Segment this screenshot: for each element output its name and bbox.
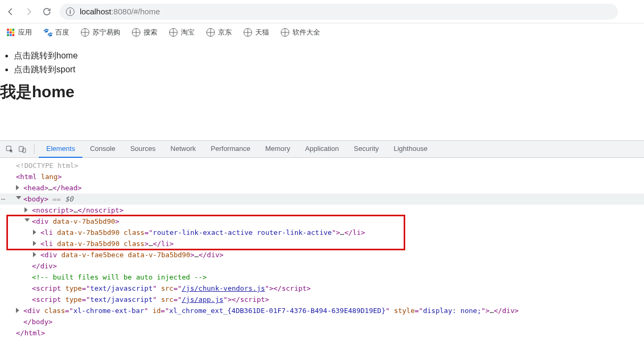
- separator: [34, 145, 35, 154]
- nav-list: 点击跳转到home 点击跳转到sport: [0, 49, 644, 76]
- elements-tree[interactable]: <!DOCTYPE html> <html lang> <head>…</hea…: [0, 158, 644, 344]
- site-info-icon[interactable]: i: [66, 7, 74, 16]
- bookmark-label: 软件大全: [292, 28, 320, 37]
- tab-memory[interactable]: Memory: [258, 141, 298, 158]
- devtools-tabs: Elements Console Sources Network Perform…: [0, 141, 644, 158]
- tab-lighthouse[interactable]: Lighthouse: [386, 141, 435, 158]
- expand-icon[interactable]: [33, 252, 36, 257]
- expand-icon[interactable]: [24, 207, 28, 213]
- bookmark-baidu[interactable]: 🐾 百度: [44, 28, 69, 37]
- nav-link-sport[interactable]: 点击跳转到sport: [14, 63, 644, 77]
- dom-line[interactable]: </body>: [0, 316, 644, 327]
- dom-line[interactable]: <div data-v-fae5bece data-v-7ba5bd90>…</…: [0, 249, 644, 260]
- globe-icon: [81, 28, 89, 37]
- apps-icon: [6, 28, 15, 37]
- dom-line[interactable]: <!DOCTYPE html>: [0, 160, 644, 171]
- inspect-icon[interactable]: [4, 144, 15, 155]
- tab-elements[interactable]: Elements: [39, 141, 82, 158]
- expand-icon[interactable]: [16, 185, 19, 190]
- dom-line[interactable]: <script type="text/javascript" src="/js/…: [0, 283, 644, 294]
- globe-icon: [244, 28, 252, 37]
- url-text: localhost:8080/#/home: [80, 7, 160, 16]
- bookmark-label: 京东: [218, 28, 232, 37]
- dom-line-selected[interactable]: <body> == $0: [0, 193, 644, 205]
- dom-line[interactable]: </div>: [0, 260, 644, 272]
- back-icon[interactable]: [5, 6, 16, 17]
- bookmark-label: 淘宝: [181, 28, 195, 37]
- dom-line[interactable]: <!-- built files will be auto injected -…: [0, 272, 644, 283]
- bookmark-jd[interactable]: 京东: [206, 28, 232, 37]
- forward-icon[interactable]: [23, 6, 34, 17]
- tab-application[interactable]: Application: [298, 141, 347, 158]
- dom-line[interactable]: <div data-v-7ba5bd90>: [0, 216, 644, 227]
- browser-nav-bar: i localhost:8080/#/home: [0, 0, 644, 23]
- bookmark-suning[interactable]: 苏宁易购: [81, 28, 120, 37]
- expand-icon[interactable]: [16, 308, 19, 313]
- nav-link-home[interactable]: 点击跳转到home: [14, 49, 644, 63]
- dom-line[interactable]: <html lang>: [0, 171, 644, 182]
- device-toggle-icon[interactable]: [17, 144, 28, 155]
- apps-button[interactable]: 应用: [6, 28, 32, 37]
- collapse-icon[interactable]: [24, 218, 30, 222]
- dom-line[interactable]: <noscript>…</noscript>: [0, 205, 644, 216]
- page-content: 点击跳转到home 点击跳转到sport 我是home: [0, 41, 644, 103]
- bookmark-search[interactable]: 搜索: [132, 28, 157, 37]
- globe-icon: [132, 28, 140, 37]
- globe-icon: [206, 28, 215, 37]
- bookmark-label: 天猫: [255, 28, 269, 37]
- expand-icon[interactable]: [33, 230, 36, 235]
- page-heading: 我是home: [0, 81, 644, 103]
- baidu-icon: 🐾: [44, 28, 52, 37]
- tab-console[interactable]: Console: [82, 141, 123, 158]
- tab-network[interactable]: Network: [163, 141, 204, 158]
- globe-icon: [281, 28, 289, 37]
- bookmark-taobao[interactable]: 淘宝: [169, 28, 195, 37]
- reload-icon[interactable]: [41, 6, 52, 17]
- globe-icon: [169, 28, 178, 37]
- bookmark-label: 百度: [55, 28, 69, 37]
- tab-performance[interactable]: Performance: [203, 141, 257, 158]
- dom-line[interactable]: <div class="xl-chrome-ext-bar" id="xl_ch…: [0, 305, 644, 316]
- address-bar[interactable]: i localhost:8080/#/home: [60, 4, 618, 20]
- dom-line[interactable]: </html>: [0, 327, 644, 339]
- tab-sources[interactable]: Sources: [123, 141, 163, 158]
- bookmarks-bar: 应用 🐾 百度 苏宁易购 搜索 淘宝 京东 天猫 软件大全: [0, 23, 644, 41]
- dom-line[interactable]: <li data-v-7ba5bd90 class>…</li>: [0, 238, 644, 249]
- collapse-icon[interactable]: [16, 196, 21, 199]
- expand-icon[interactable]: [33, 241, 36, 246]
- dom-line[interactable]: <head>…</head>: [0, 182, 644, 193]
- bookmark-software[interactable]: 软件大全: [281, 28, 320, 37]
- bookmark-tmall[interactable]: 天猫: [244, 28, 269, 37]
- apps-label: 应用: [18, 28, 32, 37]
- bookmark-label: 搜索: [144, 28, 157, 37]
- tab-security[interactable]: Security: [346, 141, 386, 158]
- dom-line[interactable]: <script type="text/javascript" src="/js/…: [0, 294, 644, 305]
- devtools-panel: Elements Console Sources Network Perform…: [0, 140, 644, 344]
- dom-line[interactable]: <li data-v-7ba5bd90 class="router-link-e…: [0, 227, 644, 238]
- svg-rect-2: [23, 148, 26, 153]
- bookmark-label: 苏宁易购: [93, 28, 120, 37]
